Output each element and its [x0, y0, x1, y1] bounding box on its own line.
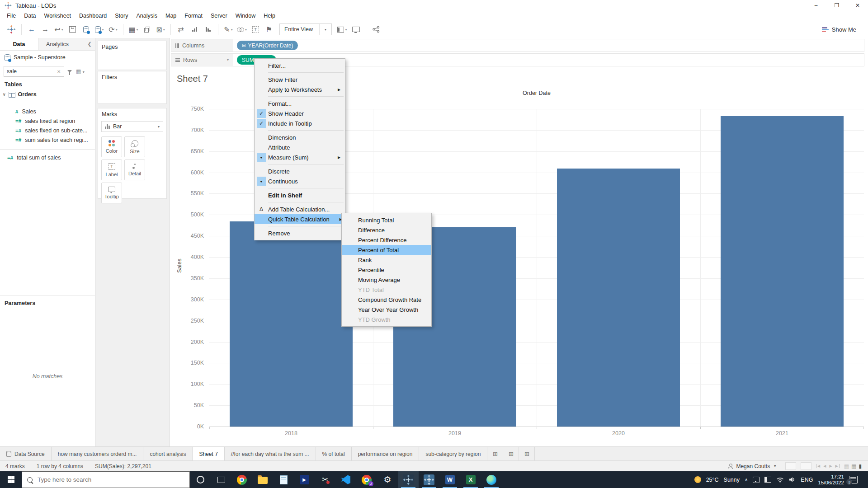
- new-datasource-button[interactable]: ▾: [94, 23, 105, 36]
- first-sheet-icon[interactable]: ◀: [816, 464, 820, 468]
- menu-item-discrete[interactable]: Discrete: [255, 166, 345, 176]
- sheet-tab-sub-category-by-region[interactable]: sub-category by region: [419, 447, 487, 461]
- filmstrip-icon[interactable]: ▦: [851, 463, 856, 469]
- notification-center-icon[interactable]: 3: [849, 476, 858, 483]
- submenu-item-percentile[interactable]: Percentile: [342, 265, 431, 275]
- taskbar-edge-icon[interactable]: [481, 471, 502, 488]
- menu-format[interactable]: Format: [180, 11, 207, 21]
- submenu-item-rank[interactable]: Rank: [342, 255, 431, 265]
- taskbar-task-view-icon[interactable]: [211, 471, 231, 488]
- revert-button[interactable]: ↩▾: [53, 23, 65, 36]
- sheet-tab-performance-on-region[interactable]: performance on region: [352, 447, 420, 461]
- menu-item-quick-table-calculation[interactable]: Quick Table Calculation▶: [255, 214, 345, 224]
- show-hide-cards-button[interactable]: ▾: [336, 23, 348, 36]
- menu-item-attribute[interactable]: Attribute: [255, 142, 345, 152]
- y-axis[interactable]: 0K50K100K150K200K250K300K350K400K450K500…: [170, 109, 206, 427]
- clear-search-icon[interactable]: ✕: [57, 69, 63, 74]
- field-item[interactable]: =#total sum of sales: [0, 153, 95, 162]
- menu-item-include-in-tooltip[interactable]: ✓Include in Tooltip: [255, 118, 345, 128]
- bar-2020[interactable]: [557, 169, 680, 427]
- view-as-icon[interactable]: ▦ ▾: [76, 68, 85, 75]
- menu-item-show-filter[interactable]: Show Filter: [255, 75, 345, 84]
- new-dashboard-button[interactable]: ⊞: [503, 447, 519, 461]
- taskbar-tableau-icon[interactable]: [398, 471, 419, 488]
- field-item[interactable]: #Sales: [0, 107, 95, 116]
- marks-detail-button[interactable]: Detail: [124, 160, 145, 180]
- menu-window[interactable]: Window: [231, 11, 259, 21]
- sheet-tab-sheet-7[interactable]: Sheet 7: [193, 447, 224, 461]
- submenu-item-percent-of-total[interactable]: Percent of Total: [342, 245, 431, 255]
- taskbar-search-input[interactable]: [37, 476, 156, 483]
- menu-worksheet[interactable]: Worksheet: [40, 11, 75, 21]
- new-story-button[interactable]: ⊞: [519, 447, 535, 461]
- marks-color-button[interactable]: Color: [101, 136, 122, 157]
- restore-button[interactable]: ❐: [826, 0, 847, 11]
- field-search-input[interactable]: [4, 66, 64, 77]
- fit-dropdown[interactable]: Entire View ▾: [279, 23, 332, 35]
- user-menu[interactable]: Megan Coutts ▼: [724, 463, 781, 470]
- group-members-button[interactable]: ▾: [236, 23, 248, 36]
- sheet-tab-for-each-day-what-is-the-sum[interactable]: //for each day what is the sum ...: [225, 447, 316, 461]
- show-me-button[interactable]: Show Me: [822, 26, 856, 33]
- new-worksheet-button[interactable]: ⊞: [487, 447, 503, 461]
- menu-dashboard[interactable]: Dashboard: [75, 11, 111, 21]
- show-mark-labels-button[interactable]: T: [250, 23, 261, 36]
- undo-button[interactable]: ←: [26, 23, 38, 36]
- new-worksheet-button[interactable]: ▦▾: [127, 23, 139, 36]
- sheet-tab-of-total[interactable]: % of total: [316, 447, 352, 461]
- taskbar-settings-icon[interactable]: ⚙: [377, 471, 398, 488]
- save-button[interactable]: [66, 23, 78, 36]
- sheet-tab-data-source[interactable]: Data Source: [0, 447, 52, 461]
- taskbar-word-icon[interactable]: W: [439, 471, 460, 488]
- previous-sheet-icon[interactable]: ◀: [823, 464, 826, 468]
- sheet-sorter-icon[interactable]: ▦: [844, 463, 849, 469]
- share-workbook-button[interactable]: [370, 23, 382, 36]
- tab-data[interactable]: Data: [0, 38, 38, 50]
- marks-size-button[interactable]: Size: [124, 136, 145, 157]
- taskbar-excel-icon[interactable]: X: [460, 471, 481, 488]
- taskbar-vscode-icon[interactable]: [335, 471, 356, 488]
- expand-hierarchy-icon[interactable]: ⊞: [242, 43, 245, 48]
- menu-item-continuous[interactable]: ●Continuous: [255, 176, 345, 186]
- duplicate-button[interactable]: [141, 23, 153, 36]
- bar-2018[interactable]: [230, 221, 353, 427]
- menu-item-format[interactable]: Format...: [255, 99, 345, 108]
- tab-analytics[interactable]: Analytics: [38, 38, 76, 50]
- filter-fields-icon[interactable]: [67, 70, 72, 73]
- menu-item-edit-in-shelf[interactable]: Edit in Shelf: [255, 190, 345, 200]
- taskbar-chrome-icon[interactable]: [231, 471, 252, 488]
- field-item[interactable]: =#sum sales for each regi...: [0, 135, 95, 145]
- field-item[interactable]: =#sales fixed on sub-cate...: [0, 126, 95, 135]
- language-indicator[interactable]: ENG: [801, 477, 813, 483]
- menu-data[interactable]: Data: [20, 11, 40, 21]
- sheet-tab-cohort-analysis[interactable]: cohort analysis: [143, 447, 193, 461]
- wifi-icon[interactable]: [776, 477, 784, 483]
- minimize-button[interactable]: –: [806, 0, 826, 11]
- tableau-logo-button[interactable]: [5, 23, 17, 36]
- table-orders[interactable]: ∨ Orders: [3, 91, 37, 98]
- weather-condition[interactable]: Sunny: [724, 477, 740, 483]
- sheet-tab-how-many-customers-orderd-m[interactable]: how many customers orderd m...: [52, 447, 144, 461]
- menu-file[interactable]: File: [3, 11, 20, 21]
- menu-item-dimension[interactable]: Dimension: [255, 132, 345, 142]
- menu-map[interactable]: Map: [161, 11, 180, 21]
- taskbar-clock[interactable]: 17:21 15/06/2022: [818, 474, 844, 486]
- pill-year-order-date[interactable]: ⊞ YEAR(Order Date): [237, 41, 298, 50]
- taskbar-cortana-icon[interactable]: [190, 471, 211, 488]
- show-tabs-icon[interactable]: ▮: [859, 463, 862, 469]
- weather-sun-icon[interactable]: [694, 476, 701, 483]
- close-button[interactable]: ✕: [847, 0, 868, 11]
- submenu-item-year-over-year-growth[interactable]: Year Over Year Growth: [342, 305, 431, 314]
- menu-item-apply-to-worksheets[interactable]: Apply to Worksheets▶: [255, 84, 345, 94]
- menu-item-remove[interactable]: Remove: [255, 228, 345, 238]
- menu-story[interactable]: Story: [111, 11, 132, 21]
- your-phone-icon[interactable]: [753, 477, 760, 483]
- filters-shelf[interactable]: Filters: [98, 71, 167, 104]
- redo-button[interactable]: →: [39, 23, 51, 36]
- taskbar-search[interactable]: [22, 471, 190, 488]
- virtual-desktop-icon[interactable]: [764, 477, 771, 483]
- submenu-item-compound-growth-rate[interactable]: Compound Growth Rate: [342, 295, 431, 305]
- taskbar-chrome-profile-icon[interactable]: J: [356, 471, 377, 488]
- pages-shelf[interactable]: Pages: [98, 41, 167, 70]
- bar-2021[interactable]: [721, 116, 844, 427]
